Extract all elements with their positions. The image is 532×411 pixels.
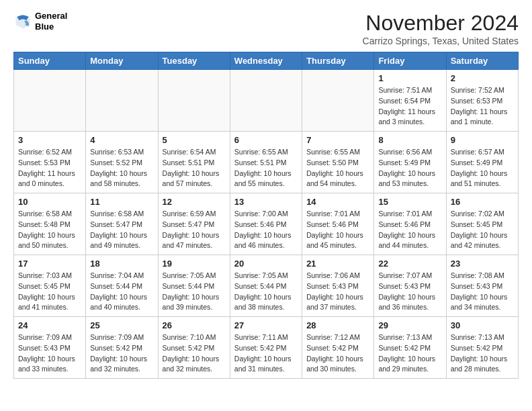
calendar-cell: 10Sunrise: 6:58 AMSunset: 5:48 PMDayligh… — [14, 193, 86, 255]
calendar-cell: 17Sunrise: 7:03 AMSunset: 5:45 PMDayligh… — [14, 255, 86, 317]
day-info: Sunrise: 7:01 AMSunset: 5:46 PMDaylight:… — [306, 209, 369, 251]
calendar-cell: 16Sunrise: 7:02 AMSunset: 5:45 PMDayligh… — [446, 193, 518, 255]
day-number: 14 — [306, 197, 369, 207]
calendar-cell — [86, 70, 158, 132]
day-info: Sunrise: 6:57 AMSunset: 5:49 PMDaylight:… — [451, 147, 514, 189]
day-number: 13 — [234, 197, 298, 207]
week-row-0: 1Sunrise: 7:51 AMSunset: 6:54 PMDaylight… — [14, 70, 519, 132]
day-info: Sunrise: 7:00 AMSunset: 5:46 PMDaylight:… — [234, 209, 298, 251]
day-info: Sunrise: 7:09 AMSunset: 5:42 PMDaylight:… — [90, 332, 153, 375]
calendar-cell: 5Sunrise: 6:54 AMSunset: 5:51 PMDaylight… — [158, 132, 230, 193]
calendar-table: SundayMondayTuesdayWednesdayThursdayFrid… — [13, 52, 519, 379]
calendar-cell — [14, 70, 86, 132]
week-row-2: 10Sunrise: 6:58 AMSunset: 5:48 PMDayligh… — [14, 193, 519, 255]
day-info: Sunrise: 7:13 AMSunset: 5:42 PMDaylight:… — [451, 332, 514, 375]
calendar-cell: 13Sunrise: 7:00 AMSunset: 5:46 PMDayligh… — [230, 193, 302, 255]
day-number: 7 — [306, 135, 369, 145]
weekday-header-sunday: Sunday — [14, 52, 86, 70]
week-row-1: 3Sunrise: 6:52 AMSunset: 5:53 PMDaylight… — [14, 132, 519, 193]
day-info: Sunrise: 6:56 AMSunset: 5:49 PMDaylight:… — [378, 147, 441, 189]
day-info: Sunrise: 7:10 AMSunset: 5:42 PMDaylight:… — [163, 332, 226, 375]
calendar-cell: 15Sunrise: 7:01 AMSunset: 5:46 PMDayligh… — [374, 193, 446, 255]
calendar-cell: 25Sunrise: 7:09 AMSunset: 5:42 PMDayligh… — [86, 317, 158, 379]
calendar-cell: 19Sunrise: 7:05 AMSunset: 5:44 PMDayligh… — [158, 255, 230, 317]
calendar-cell: 20Sunrise: 7:05 AMSunset: 5:44 PMDayligh… — [230, 255, 302, 317]
day-number: 3 — [18, 135, 81, 145]
day-info: Sunrise: 6:54 AMSunset: 5:51 PMDaylight:… — [163, 147, 226, 189]
day-number: 9 — [451, 135, 514, 145]
calendar-cell: 9Sunrise: 6:57 AMSunset: 5:49 PMDaylight… — [446, 132, 518, 193]
day-number: 23 — [451, 259, 514, 269]
calendar-cell — [158, 70, 230, 132]
day-info: Sunrise: 7:01 AMSunset: 5:46 PMDaylight:… — [378, 209, 441, 251]
calendar-cell: 14Sunrise: 7:01 AMSunset: 5:46 PMDayligh… — [302, 193, 374, 255]
calendar-cell: 4Sunrise: 6:53 AMSunset: 5:52 PMDaylight… — [86, 132, 158, 193]
weekday-header-monday: Monday — [86, 52, 158, 70]
day-info: Sunrise: 7:06 AMSunset: 5:43 PMDaylight:… — [306, 271, 369, 313]
day-info: Sunrise: 7:02 AMSunset: 5:45 PMDaylight:… — [451, 209, 514, 251]
day-info: Sunrise: 7:07 AMSunset: 5:43 PMDaylight:… — [378, 271, 441, 313]
day-number: 26 — [163, 320, 226, 330]
weekday-header-row: SundayMondayTuesdayWednesdayThursdayFrid… — [14, 52, 519, 70]
calendar-cell: 27Sunrise: 7:11 AMSunset: 5:42 PMDayligh… — [230, 317, 302, 379]
calendar-cell: 26Sunrise: 7:10 AMSunset: 5:42 PMDayligh… — [158, 317, 230, 379]
month-title: November 2024 — [363, 11, 519, 36]
calendar-cell — [302, 70, 374, 132]
day-number: 30 — [451, 320, 514, 330]
day-number: 24 — [18, 320, 81, 330]
weekday-header-friday: Friday — [374, 52, 446, 70]
weekday-header-wednesday: Wednesday — [230, 52, 302, 70]
day-number: 1 — [378, 73, 441, 83]
day-number: 29 — [378, 320, 441, 330]
day-number: 4 — [90, 135, 153, 145]
day-info: Sunrise: 6:52 AMSunset: 5:53 PMDaylight:… — [18, 147, 81, 189]
day-number: 16 — [451, 197, 514, 207]
day-info: Sunrise: 6:55 AMSunset: 5:51 PMDaylight:… — [234, 147, 298, 189]
day-info: Sunrise: 7:09 AMSunset: 5:43 PMDaylight:… — [18, 332, 81, 375]
calendar-cell: 1Sunrise: 7:51 AMSunset: 6:54 PMDaylight… — [374, 70, 446, 132]
calendar-cell: 11Sunrise: 6:58 AMSunset: 5:47 PMDayligh… — [86, 193, 158, 255]
day-info: Sunrise: 7:04 AMSunset: 5:44 PMDaylight:… — [90, 271, 153, 313]
day-info: Sunrise: 7:12 AMSunset: 5:42 PMDaylight:… — [306, 332, 369, 375]
weekday-header-thursday: Thursday — [302, 52, 374, 70]
title-area: November 2024 Carrizo Springs, Texas, Un… — [363, 11, 519, 46]
day-info: Sunrise: 6:55 AMSunset: 5:50 PMDaylight:… — [306, 147, 369, 189]
calendar-cell: 7Sunrise: 6:55 AMSunset: 5:50 PMDaylight… — [302, 132, 374, 193]
header: General Blue November 2024 Carrizo Sprin… — [13, 11, 519, 46]
day-info: Sunrise: 6:58 AMSunset: 5:47 PMDaylight:… — [90, 209, 153, 251]
day-info: Sunrise: 7:05 AMSunset: 5:44 PMDaylight:… — [163, 271, 226, 313]
calendar-cell: 28Sunrise: 7:12 AMSunset: 5:42 PMDayligh… — [302, 317, 374, 379]
day-info: Sunrise: 6:58 AMSunset: 5:48 PMDaylight:… — [18, 209, 81, 251]
calendar-cell: 8Sunrise: 6:56 AMSunset: 5:49 PMDaylight… — [374, 132, 446, 193]
calendar-cell: 22Sunrise: 7:07 AMSunset: 5:43 PMDayligh… — [374, 255, 446, 317]
calendar-cell: 30Sunrise: 7:13 AMSunset: 5:42 PMDayligh… — [446, 317, 518, 379]
week-row-4: 24Sunrise: 7:09 AMSunset: 5:43 PMDayligh… — [14, 317, 519, 379]
location-title: Carrizo Springs, Texas, United States — [363, 36, 519, 46]
day-number: 25 — [90, 320, 153, 330]
calendar-cell: 23Sunrise: 7:08 AMSunset: 5:43 PMDayligh… — [446, 255, 518, 317]
day-number: 17 — [18, 259, 81, 269]
day-number: 15 — [378, 197, 441, 207]
day-info: Sunrise: 7:05 AMSunset: 5:44 PMDaylight:… — [234, 271, 298, 313]
day-number: 2 — [451, 73, 514, 83]
day-number: 19 — [163, 259, 226, 269]
day-number: 27 — [234, 320, 298, 330]
calendar-cell: 21Sunrise: 7:06 AMSunset: 5:43 PMDayligh… — [302, 255, 374, 317]
week-row-3: 17Sunrise: 7:03 AMSunset: 5:45 PMDayligh… — [14, 255, 519, 317]
day-number: 18 — [90, 259, 153, 269]
day-info: Sunrise: 7:03 AMSunset: 5:45 PMDaylight:… — [18, 271, 81, 313]
weekday-header-saturday: Saturday — [446, 52, 518, 70]
logo: General Blue — [13, 11, 67, 32]
day-number: 12 — [163, 197, 226, 207]
day-info: Sunrise: 7:51 AMSunset: 6:54 PMDaylight:… — [378, 85, 441, 128]
calendar-cell: 2Sunrise: 7:52 AMSunset: 6:53 PMDaylight… — [446, 70, 518, 132]
day-info: Sunrise: 7:11 AMSunset: 5:42 PMDaylight:… — [234, 332, 298, 375]
calendar-cell: 29Sunrise: 7:13 AMSunset: 5:42 PMDayligh… — [374, 317, 446, 379]
day-info: Sunrise: 6:53 AMSunset: 5:52 PMDaylight:… — [90, 147, 153, 189]
day-number: 5 — [163, 135, 226, 145]
day-info: Sunrise: 6:59 AMSunset: 5:47 PMDaylight:… — [163, 209, 226, 251]
day-number: 6 — [234, 135, 298, 145]
day-number: 28 — [306, 320, 369, 330]
day-info: Sunrise: 7:08 AMSunset: 5:43 PMDaylight:… — [451, 271, 514, 313]
calendar-cell: 18Sunrise: 7:04 AMSunset: 5:44 PMDayligh… — [86, 255, 158, 317]
